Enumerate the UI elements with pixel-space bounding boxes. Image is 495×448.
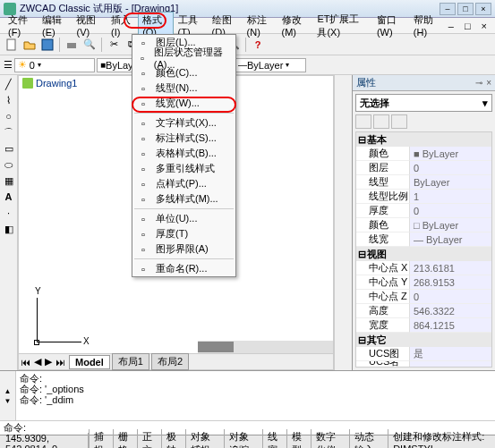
prop-category[interactable]: ⊟视图 [356,247,491,261]
tab-next[interactable]: ▶ [43,356,54,368]
status-toggle[interactable]: 极轴 [161,429,185,449]
circle-icon[interactable]: ○ [2,109,16,123]
menu-help[interactable]: 帮助(H) [409,12,444,39]
maximize-button[interactable]: □ [457,3,474,15]
save-icon[interactable] [39,37,55,53]
menu-item[interactable]: ▫图层状态管理器(A)... [132,50,235,65]
ellipse-icon[interactable]: ⬭ [2,157,16,172]
prop-row[interactable]: 打开UCS图标是 [356,347,491,361]
doc-max[interactable]: □ [460,19,475,33]
prop-value[interactable]: □ ByLayer [410,218,491,232]
doc-close[interactable]: × [477,19,491,33]
prop-category[interactable]: ⊟其它 [356,333,491,347]
cut-icon[interactable]: ✂ [106,37,122,53]
menu-edit[interactable]: 编辑(E) [38,12,72,39]
prop-value[interactable]: 268.9153 [410,275,491,290]
prop-row[interactable]: 高度546.3322 [356,304,491,318]
status-toggle[interactable]: 创建和修改标注样式: DIMSTYI [388,429,495,449]
prop-value[interactable]: 0 [410,161,491,175]
menu-view[interactable]: 视图(V) [72,12,106,39]
preview-icon[interactable]: 🔍 [81,37,98,53]
menu-item[interactable]: ▫单位(U)... [132,211,235,226]
menu-item[interactable]: ▫点样式(P)... [132,176,235,191]
status-toggle[interactable]: 捕捉 [89,429,113,449]
menu-item[interactable]: ▫多重引线样式 [132,161,235,176]
prop-btn1[interactable] [355,114,371,129]
region-icon[interactable]: ◧ [2,222,16,236]
prop-row[interactable]: 颜色□ ByLayer [356,218,491,232]
panel-close-icon[interactable]: × [486,78,491,88]
rect-icon[interactable]: ▭ [2,141,16,156]
hatch-icon[interactable]: ▦ [2,173,16,188]
prop-value[interactable]: 1 [410,190,491,204]
prop-value[interactable]: — ByLayer [410,232,491,247]
menu-item[interactable]: ▫多线样式(M)... [132,191,235,207]
status-toggle[interactable]: 模型 [286,429,311,449]
prop-value[interactable]: 是 [410,347,491,361]
tab-first[interactable]: ⏮ [19,357,32,368]
prop-row[interactable]: 厚度0 [356,204,491,218]
prop-value[interactable]: 0 [410,290,491,304]
status-toggle[interactable]: 正交 [137,429,161,449]
prop-row[interactable]: UCS名称 [356,361,491,368]
lineweight-combo[interactable]: — ByLayer▾ [235,58,306,72]
panel-pin-icon[interactable]: ⊸ [475,78,482,88]
line-icon[interactable]: ╱ [2,77,16,91]
close-button[interactable]: × [475,3,491,15]
new-icon[interactable] [4,37,20,53]
prop-row[interactable]: 线型ByLayer [356,175,491,190]
arc-icon[interactable]: ⌒ [2,125,16,139]
prop-row[interactable]: 宽度864.1215 [356,318,491,333]
menu-modify[interactable]: 修改(M) [277,12,313,39]
prop-value[interactable]: 213.6181 [410,261,491,275]
menu-item[interactable]: ▫重命名(R)... [132,261,235,276]
tab-layout2[interactable]: 布局2 [151,353,189,370]
prop-row[interactable]: 中心点 Z0 [356,290,491,304]
prop-category[interactable]: ⊟基本 [356,132,491,147]
status-toggle[interactable]: 动态输入 [349,429,388,449]
pline-icon[interactable]: ⌇ [2,93,16,107]
status-toggle[interactable]: 线宽 [262,429,286,449]
menu-et[interactable]: ET扩展工具(X) [312,11,372,41]
prop-value[interactable]: 864.1215 [410,318,491,333]
layer-props-icon[interactable]: ☰ [4,59,13,71]
tab-last[interactable]: ⏭ [54,357,67,368]
prop-row[interactable]: 线宽— ByLayer [356,232,491,247]
prop-row[interactable]: 图层0 [356,161,491,175]
point-icon[interactable]: · [2,206,16,220]
selection-combo[interactable]: 无选择▾ [355,94,492,112]
layer-combo[interactable]: ☀ 0▾ [14,58,95,72]
doc-min[interactable]: – [444,19,458,33]
status-toggle[interactable]: 栅格 [113,429,137,449]
prop-value[interactable]: 0 [410,204,491,218]
status-toggle[interactable]: 数字化仪 [311,429,349,449]
tab-model[interactable]: Model [69,355,110,369]
menu-item[interactable]: ▫表格样式(B)... [132,146,235,161]
prop-value[interactable]: ByLayer [410,175,491,190]
prop-btn3[interactable] [391,114,407,129]
tab-layout1[interactable]: 布局1 [112,353,149,370]
menu-item[interactable]: ▫文字样式(X)... [132,115,235,131]
menu-item[interactable]: ▫线型(N)... [132,80,235,96]
prop-value[interactable]: ■ ByLayer [410,147,491,161]
print-icon[interactable] [64,37,80,53]
menu-window[interactable]: 窗口(W) [372,12,409,39]
help-icon[interactable]: ? [250,37,266,53]
tab-prev[interactable]: ◀ [32,356,43,368]
h-scrollbar[interactable] [198,341,333,353]
prop-btn2[interactable] [373,114,389,129]
menu-file[interactable]: 文件(F) [4,12,38,39]
prop-value[interactable]: 546.3322 [410,304,491,318]
cmd-down-icon[interactable]: ▼ [4,397,12,405]
menu-item[interactable]: ▫线宽(W)... [132,96,235,111]
menu-item[interactable]: ▫图形界限(A) [132,241,235,257]
status-toggle[interactable]: 对象捕捉 [185,429,224,449]
text-icon[interactable]: A [2,190,16,204]
prop-value[interactable] [410,361,491,368]
menu-item[interactable]: ▫厚度(T) [132,226,235,241]
prop-row[interactable]: 颜色■ ByLayer [356,147,491,161]
cmd-up-icon[interactable]: ▲ [4,387,12,395]
prop-row[interactable]: 线型比例1 [356,190,491,204]
menu-dimension[interactable]: 标注(N) [243,12,277,39]
prop-row[interactable]: 中心点 Y268.9153 [356,275,491,290]
